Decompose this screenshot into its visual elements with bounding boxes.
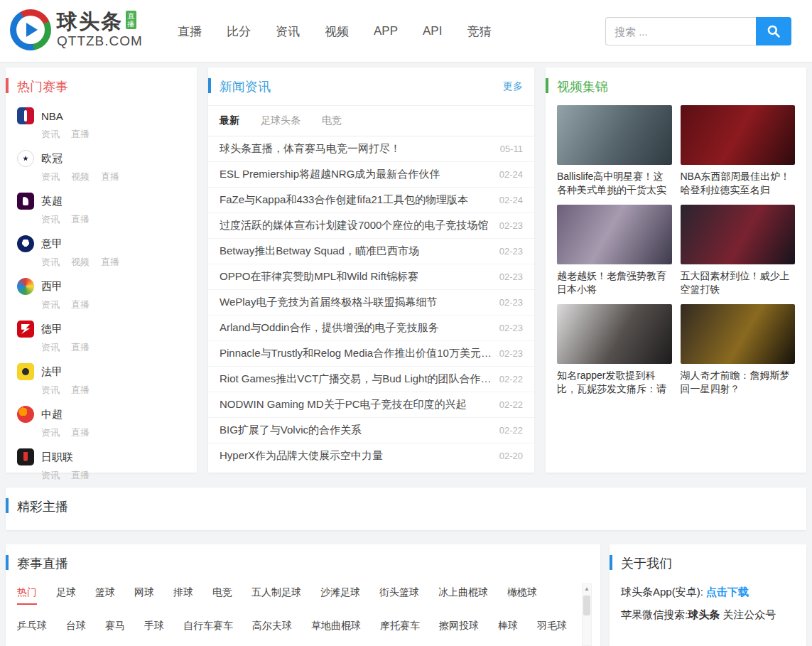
scroll-up-icon[interactable]: ▲ xyxy=(583,584,591,594)
league-live-link[interactable]: 直播 xyxy=(71,213,90,226)
nav-app[interactable]: APP xyxy=(374,24,398,38)
nav-news[interactable]: 资讯 xyxy=(276,23,300,40)
league-name[interactable]: 日职联 xyxy=(41,451,73,464)
league-live-link[interactable]: 直播 xyxy=(71,341,90,354)
league-name[interactable]: 西甲 xyxy=(41,280,63,294)
tab-baseball[interactable]: 棒球 xyxy=(498,620,518,637)
nav-live[interactable]: 直播 xyxy=(178,23,202,40)
video-card[interactable]: 湖人奇才前瞻：詹姆斯梦回一星四射？ xyxy=(681,304,796,396)
tab-table-tennis[interactable]: 乒乓球 xyxy=(17,620,47,637)
video-caption[interactable]: Ballislife高中明星赛！这各种美式单挑的干货太实 xyxy=(557,170,672,197)
tab-futsal[interactable]: 五人制足球 xyxy=(251,586,301,605)
scrollbar-thumb[interactable] xyxy=(583,596,590,615)
league-name[interactable]: NBA xyxy=(41,110,63,122)
video-card[interactable]: NBA东西部周最佳出炉！哈登利拉德实至名归 xyxy=(681,105,796,197)
video-caption[interactable]: 五大囧素材到位！威少上空篮打铁 xyxy=(681,269,796,296)
video-card[interactable]: Ballislife高中明星赛！这各种美式单挑的干货太实 xyxy=(557,105,672,197)
video-caption[interactable]: 湖人奇才前瞻：詹姆斯梦回一星四射？ xyxy=(681,369,796,396)
video-thumbnail[interactable] xyxy=(557,105,672,165)
tab-football-headlines[interactable]: 足球头条 xyxy=(261,114,301,127)
league-news-link[interactable]: 资讯 xyxy=(41,469,60,482)
league-name[interactable]: 英超 xyxy=(41,195,63,208)
league-news-link[interactable]: 资讯 xyxy=(41,213,60,226)
download-link[interactable]: 点击下载 xyxy=(706,586,749,598)
league-news-link[interactable]: 资讯 xyxy=(41,384,60,397)
tab-rugby[interactable]: 橄榄球 xyxy=(507,586,537,605)
tab-motorsport[interactable]: 摩托赛车 xyxy=(380,620,420,637)
league-name[interactable]: 中超 xyxy=(41,408,63,421)
tab-beach-soccer[interactable]: 沙滩足球 xyxy=(320,586,360,605)
league-live-link[interactable]: 直播 xyxy=(71,298,90,311)
news-item-link[interactable]: Riot Games推出VCT广播交易，与Bud Light的团队合作伙... xyxy=(220,372,493,386)
league-name[interactable]: 法甲 xyxy=(41,365,63,379)
tab-cycling[interactable]: 自行车赛车 xyxy=(183,620,233,637)
tab-billiards[interactable]: 台球 xyxy=(66,620,86,637)
tab-esports[interactable]: 电竞 xyxy=(322,114,342,127)
video-caption[interactable]: 越老越妖！老詹强势教育日本小将 xyxy=(557,269,672,296)
news-more-link[interactable]: 更多 xyxy=(503,80,534,93)
tab-ice-hockey[interactable]: 冰上曲棍球 xyxy=(438,586,488,605)
tab-street-basketball[interactable]: 街头篮球 xyxy=(379,586,419,605)
news-item-link[interactable]: Pinnacle与Trustly和Relog Media合作推出价值10万美元的… xyxy=(220,347,493,360)
league-live-link[interactable]: 直播 xyxy=(71,128,90,141)
news-item-link[interactable]: 球头条直播，体育赛马电竞一网打尽！ xyxy=(220,142,401,156)
league-news-link[interactable]: 资讯 xyxy=(41,171,60,183)
video-caption[interactable]: 知名rapper发歌提到科比，瓦妮莎发文痛斥：请 xyxy=(557,369,672,396)
video-card[interactable]: 知名rapper发歌提到科比，瓦妮莎发文痛斥：请 xyxy=(557,304,672,396)
video-card[interactable]: 五大囧素材到位！威少上空篮打铁 xyxy=(681,205,796,296)
tab-field-hockey[interactable]: 草地曲棍球 xyxy=(311,620,361,637)
tab-netball[interactable]: 擦网投球 xyxy=(439,620,479,637)
video-thumbnail[interactable] xyxy=(681,105,796,165)
league-news-link[interactable]: 资讯 xyxy=(41,298,60,311)
nav-video[interactable]: 视频 xyxy=(325,23,349,40)
news-item-link[interactable]: OPPO在菲律宾赞助MPL和Wild Rift锦标赛 xyxy=(220,270,418,284)
news-item-link[interactable]: WePlay电子竞技为首届终极格斗联盟揭幕细节 xyxy=(220,296,437,309)
tab-badminton[interactable]: 羽毛球 xyxy=(537,620,567,637)
video-thumbnail[interactable] xyxy=(681,304,796,364)
news-item-link[interactable]: BIG扩展了与Volvic的合作关系 xyxy=(220,424,362,437)
league-video-link[interactable]: 视频 xyxy=(71,256,90,269)
nav-scores[interactable]: 比分 xyxy=(227,23,251,40)
tab-esports[interactable]: 电竞 xyxy=(212,586,232,605)
league-news-link[interactable]: 资讯 xyxy=(41,426,60,439)
news-item-link[interactable]: Arland与Oddin合作，提供增强的电子竞技服务 xyxy=(220,321,438,335)
league-live-link[interactable]: 直播 xyxy=(71,426,90,439)
search-input[interactable] xyxy=(605,17,756,45)
tab-handball[interactable]: 手球 xyxy=(144,620,164,637)
news-item-link[interactable]: 过度活跃的媒体宣布计划建设7000个座位的电子竞技场馆 xyxy=(220,219,488,232)
tab-latest[interactable]: 最新 xyxy=(220,114,239,127)
league-name[interactable]: 欧冠 xyxy=(41,152,63,166)
league-live-link[interactable]: 直播 xyxy=(71,384,90,397)
tab-hot[interactable]: 热门 xyxy=(17,586,37,605)
tab-volleyball[interactable]: 排球 xyxy=(173,586,193,605)
tab-football[interactable]: 足球 xyxy=(56,586,76,605)
nav-betting[interactable]: 竞猜 xyxy=(467,23,491,40)
video-thumbnail[interactable] xyxy=(557,205,672,264)
tab-tennis[interactable]: 网球 xyxy=(134,586,154,605)
tab-horse-racing[interactable]: 赛马 xyxy=(105,620,125,637)
league-video-link[interactable]: 视频 xyxy=(71,171,90,183)
nav-api[interactable]: API xyxy=(423,24,442,38)
news-item-link[interactable]: Betway推出Betway Squad，瞄准巴西市场 xyxy=(220,244,419,258)
news-item-link[interactable]: HyperX作为品牌大使展示空中力量 xyxy=(220,449,383,463)
league-news-link[interactable]: 资讯 xyxy=(41,256,60,269)
league-news-link[interactable]: 资讯 xyxy=(41,341,60,354)
league-live-link[interactable]: 直播 xyxy=(101,256,119,269)
panel-scrollbar[interactable]: ▲ xyxy=(582,583,592,646)
league-name[interactable]: 意甲 xyxy=(41,237,63,251)
tab-basketball[interactable]: 篮球 xyxy=(95,586,115,605)
news-item-link[interactable]: NODWIN Gaming MD关于PC电子竞技在印度的兴起 xyxy=(220,398,467,411)
news-item-link[interactable]: FaZe与Kappa和433合作创建fifa21工具包的物理版本 xyxy=(220,193,468,207)
league-news-link[interactable]: 资讯 xyxy=(41,128,60,141)
search-button[interactable] xyxy=(756,17,791,45)
video-thumbnail[interactable] xyxy=(681,205,796,264)
tab-golf[interactable]: 高尔夫球 xyxy=(252,620,292,637)
video-card[interactable]: 越老越妖！老詹强势教育日本小将 xyxy=(557,205,672,296)
site-logo[interactable]: 球头条 直播 QTTZB.COM xyxy=(10,9,143,50)
news-item-link[interactable]: ESL Premiership将超越NRG成为最新合作伙伴 xyxy=(220,168,440,181)
video-caption[interactable]: NBA东西部周最佳出炉！哈登利拉德实至名归 xyxy=(681,170,796,197)
league-name[interactable]: 德甲 xyxy=(41,323,63,336)
league-live-link[interactable]: 直播 xyxy=(71,469,90,482)
league-live-link[interactable]: 直播 xyxy=(101,171,119,183)
video-thumbnail[interactable] xyxy=(557,304,672,364)
